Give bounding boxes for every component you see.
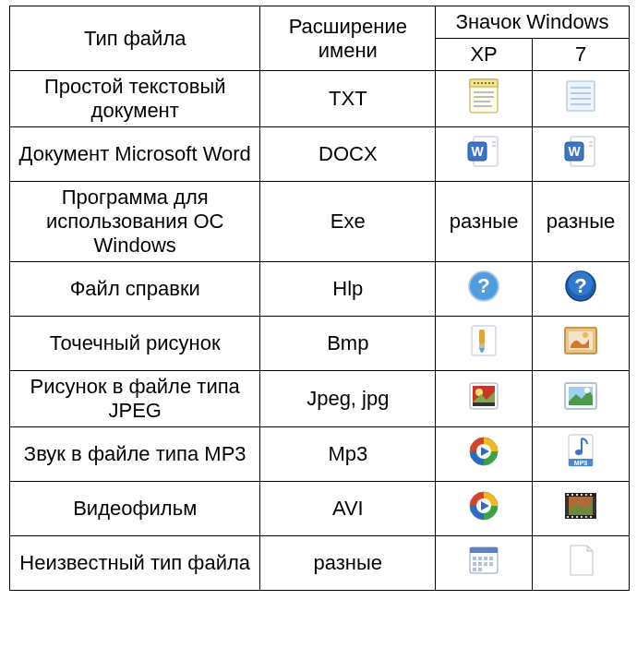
help-xp-icon bbox=[462, 266, 506, 306]
mp3-xp-icon bbox=[462, 431, 506, 472]
cell-icon-7 bbox=[533, 371, 630, 427]
cell-filetype: Программа для использования ОС Windows bbox=[10, 182, 260, 262]
table-row: Точечный рисунокBmp bbox=[10, 317, 630, 371]
unknown-7-icon bbox=[559, 540, 603, 581]
header-xp: XP bbox=[436, 39, 533, 71]
cell-icon-xp: разные bbox=[436, 182, 533, 262]
table-row: Программа для использования ОС WindowsEx… bbox=[10, 182, 630, 262]
cell-extension: DOCX bbox=[260, 127, 436, 182]
cell-icon-xp bbox=[436, 317, 533, 371]
cell-icon-xp bbox=[436, 536, 533, 591]
cell-icon-xp bbox=[436, 371, 533, 427]
cell-extension: Hlp bbox=[260, 262, 436, 317]
cell-icon-7 bbox=[533, 482, 630, 536]
cell-filetype: Видеофильм bbox=[10, 482, 260, 536]
jpeg-xp-icon bbox=[462, 376, 506, 416]
cell-icon-7 bbox=[533, 317, 630, 371]
table-row: Простой текстовый документTXT bbox=[10, 71, 630, 127]
bmp-7-icon bbox=[559, 320, 603, 361]
header-7: 7 bbox=[533, 39, 630, 71]
unknown-xp-icon bbox=[462, 540, 506, 581]
table-row: Файл справкиHlp bbox=[10, 262, 630, 317]
cell-icon-7 bbox=[533, 262, 630, 317]
help-7-icon bbox=[559, 266, 603, 306]
avi-xp-icon bbox=[462, 486, 506, 526]
notepad-7-icon bbox=[559, 76, 603, 116]
jpeg-7-icon bbox=[559, 376, 603, 416]
cell-filetype: Простой текстовый документ bbox=[10, 71, 260, 127]
table-row: Звук в файле типа MP3Mp3 bbox=[10, 427, 630, 482]
cell-icon-7 bbox=[533, 127, 630, 182]
cell-icon-xp bbox=[436, 482, 533, 536]
cell-extension: TXT bbox=[260, 71, 436, 127]
cell-filetype: Неизвестный тип файла bbox=[10, 536, 260, 591]
cell-filetype: Файл справки bbox=[10, 262, 260, 317]
header-windows-icon: Значок Windows bbox=[436, 6, 630, 39]
cell-extension: Jpeg, jpg bbox=[260, 371, 436, 427]
cell-extension: Mp3 bbox=[260, 427, 436, 482]
table-row: ВидеофильмAVI bbox=[10, 482, 630, 536]
cell-filetype: Рисунок в файле типа JPEG bbox=[10, 371, 260, 427]
cell-icon-7 bbox=[533, 536, 630, 591]
cell-extension: Bmp bbox=[260, 317, 436, 371]
word-doc-icon bbox=[559, 131, 603, 172]
header-filetype: Тип файла bbox=[10, 6, 260, 71]
file-types-table: Тип файла Расширение имени Значок Window… bbox=[9, 6, 630, 591]
mp3-7-icon bbox=[559, 431, 603, 472]
cell-extension: разные bbox=[260, 536, 436, 591]
cell-icon-xp bbox=[436, 127, 533, 182]
notepad-xp-icon bbox=[462, 76, 506, 116]
word-doc-icon bbox=[462, 131, 506, 172]
avi-7-icon bbox=[559, 486, 603, 526]
cell-filetype: Звук в файле типа MP3 bbox=[10, 427, 260, 482]
bmp-xp-icon bbox=[462, 320, 506, 361]
cell-icon-7: разные bbox=[533, 182, 630, 262]
table-row: Документ Microsoft WordDOCX bbox=[10, 127, 630, 182]
cell-icon-xp bbox=[436, 427, 533, 482]
cell-filetype: Точечный рисунок bbox=[10, 317, 260, 371]
cell-icon-xp bbox=[436, 262, 533, 317]
cell-extension: Exe bbox=[260, 182, 436, 262]
cell-icon-xp bbox=[436, 71, 533, 127]
cell-icon-7 bbox=[533, 71, 630, 127]
header-extension: Расширение имени bbox=[260, 6, 436, 71]
table-row: Неизвестный тип файларазные bbox=[10, 536, 630, 591]
cell-filetype: Документ Microsoft Word bbox=[10, 127, 260, 182]
table-row: Рисунок в файле типа JPEGJpeg, jpg bbox=[10, 371, 630, 427]
cell-extension: AVI bbox=[260, 482, 436, 536]
cell-icon-7 bbox=[533, 427, 630, 482]
